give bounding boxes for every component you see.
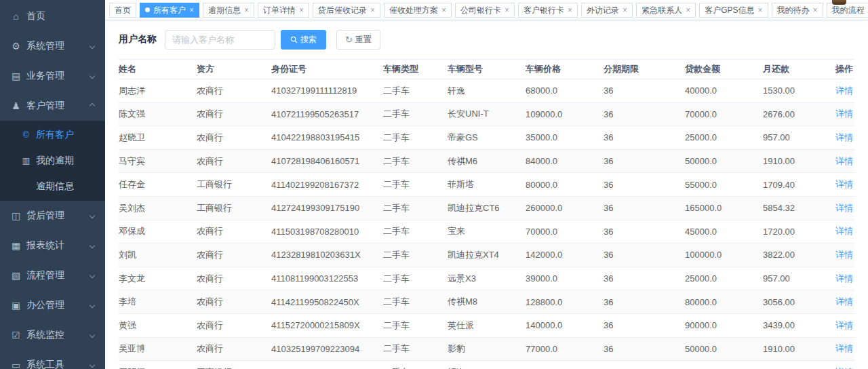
cell-monthly: 3822.00: [763, 250, 831, 260]
close-icon[interactable]: ×: [505, 6, 509, 14]
sidebar-item-label: 业务管理: [26, 70, 64, 82]
sidebar-item-label: 首页: [26, 10, 45, 22]
cell-id_number: 41142119950822450X: [271, 297, 383, 307]
close-icon[interactable]: ×: [568, 6, 572, 14]
tab-home[interactable]: 首页: [109, 3, 136, 18]
search-button-label: 搜索: [300, 34, 317, 45]
search-button[interactable]: 搜索: [281, 30, 326, 50]
detail-link[interactable]: 详情: [835, 85, 853, 96]
cell-name: 马守宾: [119, 155, 197, 168]
tab-company-bank-card[interactable]: 公司银行卡×: [455, 3, 515, 18]
avatar-partial[interactable]: [832, 0, 846, 5]
tab-label: 贷后催收记录: [318, 3, 367, 17]
cell-id_number: 411402199208167372: [271, 180, 383, 190]
cell-id_number: 410728198406160571: [271, 156, 383, 166]
detail-link[interactable]: 详情: [835, 320, 853, 330]
submenu-customer-mgmt: ©所有客户▥我的逾期逾期信息: [0, 121, 105, 201]
sidebar-item-system-monitor[interactable]: ☑系统监控: [0, 320, 105, 350]
detail-link[interactable]: 详情: [835, 156, 853, 166]
cell-action: 详情: [831, 155, 854, 168]
copyright-icon: ©: [20, 130, 32, 140]
tab-all-customers[interactable]: 所有客户×: [140, 3, 199, 18]
sidebar-item-overdue-info[interactable]: 逾期信息: [0, 174, 105, 199]
reset-button[interactable]: ↻ 重置: [336, 30, 380, 50]
cell-loan: 100000.0: [685, 250, 763, 260]
column-header: 姓名: [119, 63, 197, 75]
tab-order-detail[interactable]: 订单详情×: [258, 3, 309, 18]
cell-price: 35000.0: [526, 132, 604, 142]
sidebar-item-customer-mgmt[interactable]: ♟客户管理: [0, 91, 105, 121]
chevron-up-icon: [90, 103, 95, 109]
cell-monthly: 3056.00: [763, 297, 831, 307]
close-icon[interactable]: ×: [686, 6, 690, 14]
sidebar-item-label: 逾期信息: [36, 180, 74, 193]
sidebar-item-my-overdue[interactable]: ▥我的逾期: [0, 148, 105, 174]
detail-link[interactable]: 详情: [835, 296, 853, 307]
cell-loan: 25000.0: [685, 132, 763, 142]
close-icon[interactable]: ×: [623, 6, 627, 14]
sidebar-item-all-customers[interactable]: ©所有客户: [0, 122, 105, 148]
cell-vehicle_type: 二手车: [383, 273, 448, 285]
tab-customer-gps[interactable]: 客户GPS信息×: [699, 3, 768, 18]
close-icon[interactable]: ×: [441, 6, 446, 14]
sidebar-item-home[interactable]: ⌂首页: [0, 1, 105, 31]
chart-icon: ▦: [10, 240, 22, 251]
table-row: 李文龙农商行411081199003122553二手车远景X339000.036…: [119, 267, 854, 291]
table-row: 吴刘杰工商银行412724199309175190二手车凯迪拉克CT626000…: [119, 197, 854, 220]
detail-link[interactable]: 详情: [835, 343, 853, 353]
sidebar-item-system-mgmt[interactable]: ⚙系统管理: [0, 31, 105, 61]
tab-label: 我的流程: [832, 3, 865, 17]
detail-link[interactable]: 详情: [835, 226, 853, 236]
chevron-down-icon: [90, 243, 95, 248]
cell-funder: 工商银行: [197, 202, 271, 214]
column-header: 车辆价格: [526, 63, 604, 75]
cell-funder: 农商行: [197, 319, 271, 332]
cell-id_number: 410325199709223094: [271, 344, 383, 354]
detail-link[interactable]: 详情: [835, 250, 853, 260]
tab-customer-bank-card[interactable]: 客户银行卡×: [518, 3, 578, 18]
cell-action: 详情: [831, 343, 854, 355]
cell-price: 39000.0: [526, 273, 604, 284]
table-body: 周志洋农商行410327199111112819二手车轩逸68000.03640…: [119, 79, 854, 369]
cell-name: 周明辉: [119, 366, 197, 369]
detail-link[interactable]: 详情: [835, 203, 853, 213]
close-icon[interactable]: ×: [299, 6, 304, 14]
tab-visit-records[interactable]: 外访记录×: [581, 3, 633, 18]
sidebar-item-office-mgmt[interactable]: ▣办公管理: [0, 290, 105, 320]
cell-vehicle_type: 二手车: [383, 296, 448, 308]
customer-name-input[interactable]: [165, 30, 275, 50]
cell-funder: 农商行: [197, 155, 271, 168]
sidebar-item-business-mgmt[interactable]: ▤业务管理: [0, 61, 105, 91]
cell-term: 36: [604, 156, 685, 166]
table-row: 黄强农商行41152720000215809X二手车英仕派140000.0369…: [119, 314, 854, 338]
cell-price: 80000.0: [526, 180, 604, 190]
detail-link[interactable]: 详情: [835, 132, 853, 142]
sidebar-item-process-mgmt[interactable]: ▧流程管理: [0, 260, 105, 290]
tab-my-process[interactable]: 我的流程×: [827, 3, 868, 18]
cell-model: 帝豪GS: [448, 132, 526, 144]
tab-emergency-contacts[interactable]: 紧急联系人×: [636, 3, 696, 18]
cell-funder: 农商行: [197, 132, 271, 144]
close-icon[interactable]: ×: [370, 6, 375, 14]
sidebar-item-label: 系统管理: [26, 40, 64, 52]
table-row: 周志洋农商行410327199111112819二手车轩逸68000.03640…: [119, 79, 854, 103]
tab-my-todo[interactable]: 我的待办×: [772, 3, 823, 18]
cell-term: 36: [604, 203, 685, 213]
sidebar-item-system-tools[interactable]: ▭系统工具: [0, 350, 105, 369]
cell-model: 凯迪拉克CT6: [448, 202, 526, 214]
close-icon[interactable]: ×: [189, 6, 194, 14]
chevron-down-icon: [90, 43, 95, 49]
close-icon[interactable]: ×: [244, 6, 249, 14]
cell-name: 黄强: [119, 319, 197, 332]
tab-collection-plan[interactable]: 催收处理方案×: [384, 3, 452, 18]
close-icon[interactable]: ×: [757, 6, 762, 14]
close-icon[interactable]: ×: [813, 6, 818, 14]
tab-collection-records[interactable]: 贷后催收记录×: [313, 3, 380, 18]
tab-overdue-info[interactable]: 逾期信息×: [203, 3, 254, 18]
sidebar-item-loan-mgmt[interactable]: ◫贷后管理: [0, 201, 105, 231]
detail-link[interactable]: 详情: [835, 179, 853, 189]
detail-link[interactable]: 详情: [835, 109, 853, 119]
detail-link[interactable]: 详情: [835, 273, 853, 284]
sidebar-item-report-stats[interactable]: ▦报表统计: [0, 231, 105, 260]
cell-model: 长安UNI-T: [448, 108, 526, 120]
